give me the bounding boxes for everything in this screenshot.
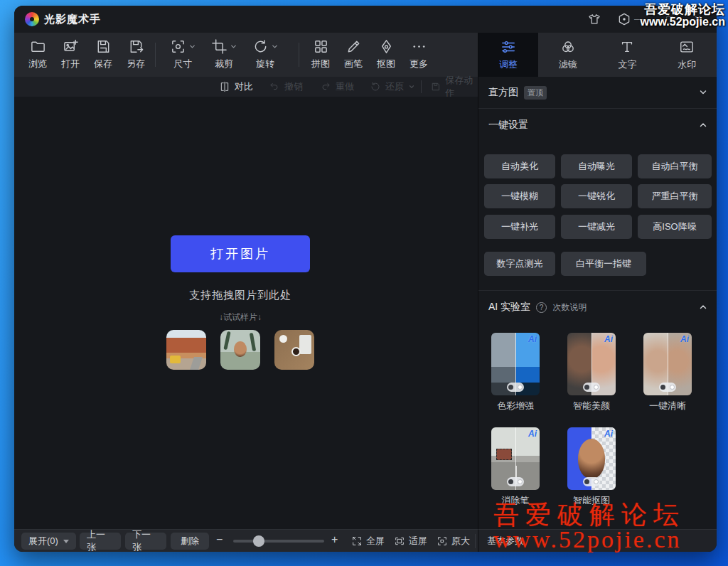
skin-tshirt-icon[interactable] [587,12,601,26]
watermark-bottom-line1: 吾爱破解论坛 [493,502,685,528]
pin-top-badge[interactable]: 置顶 [524,86,547,100]
resize-button[interactable]: 尺寸 [162,38,203,70]
redo-button[interactable]: 重做 [320,77,354,97]
ai-one-key-clarity-thumb[interactable]: Ai [643,333,692,395]
original-size-button[interactable]: 原大 [437,530,470,552]
save-as-icon [128,38,144,55]
ai-smart-cutout-thumb[interactable]: Ai [567,427,616,490]
chevron-down-icon [271,43,279,50]
sample-thumbnail-desk[interactable] [274,330,314,370]
histogram-section-header[interactable]: 直方图 置顶 [478,77,717,108]
cutout-button[interactable]: 抠图 [370,38,402,70]
auto-white-balance-button[interactable]: 自动白平衡 [638,154,712,178]
app-logo-icon [25,12,39,26]
ai-lab-title: AI 实验室 [488,301,530,314]
rotate-label: 旋转 [256,58,274,70]
open-button[interactable]: 打开 [54,38,87,70]
resize-label: 尺寸 [173,58,192,70]
ai-color-enhance[interactable]: Ai 色彩增强 [491,333,540,395]
one-key-section-header[interactable]: 一键设置 [478,110,717,141]
ai-smart-beauty[interactable]: Ai 智能美颜 [567,333,616,395]
folder-icon [30,38,46,55]
watermark-icon [679,39,695,55]
browse-label: 浏览 [28,58,47,70]
digital-spot-metering-button[interactable]: 数字点测光 [484,252,555,276]
sample-thumbnail-portrait[interactable] [220,330,260,370]
compare-button[interactable]: 对比 [219,77,253,97]
image-canvas: 打开图片 支持拖拽图片到此处 ↓试试样片↓ [14,97,478,529]
before-after-toggle[interactable] [507,477,524,486]
chevron-up-icon[interactable] [699,303,707,311]
ai-eraser-pen[interactable]: Ai 消除笔 [491,427,540,490]
ai-badge: Ai [604,429,613,439]
save-floppy-icon [95,38,112,55]
sample-images-row [166,330,314,370]
open-label: 打开 [61,58,80,70]
app-title: 光影魔术手 [44,13,101,26]
resize-icon [170,38,186,55]
one-key-fill-light-button[interactable]: 一键补光 [484,215,555,239]
open-image-button[interactable]: 打开图片 [171,235,310,272]
ai-lab-section-header[interactable]: AI 实验室 ? 次数说明 [478,292,717,323]
more-button[interactable]: 更多 [402,38,435,70]
compare-label: 对比 [235,80,253,93]
save-action-button[interactable]: 保存动作 [431,77,478,97]
save-button[interactable]: 保存 [87,38,119,70]
ai-smart-cutout[interactable]: Ai 智能抠图 [567,427,616,490]
next-image-button[interactable]: 下一张 [125,533,166,550]
save-as-button[interactable]: 另存 [119,38,152,70]
one-key-dim-light-button[interactable]: 一键减光 [561,215,632,239]
one-key-blur-button[interactable]: 一键模糊 [484,184,555,208]
toolbar-divider [299,43,299,67]
previous-image-button[interactable]: 上一张 [80,533,121,550]
rotate-button[interactable]: 旋转 [245,38,286,70]
ai-color-enhance-thumb[interactable]: Ai [491,333,540,395]
before-after-toggle[interactable] [507,383,524,392]
tab-watermark[interactable]: 水印 [657,33,717,77]
one-key-sharpen-button[interactable]: 一键锐化 [561,184,632,208]
brush-button[interactable]: 画笔 [337,38,370,70]
auto-exposure-button[interactable]: 自动曝光 [561,154,632,178]
collage-button[interactable]: 拼图 [304,38,337,70]
zoom-slider-track[interactable] [233,540,324,543]
chevron-down-icon [408,83,415,90]
undo-button[interactable]: 撤销 [269,77,303,97]
zoom-in-button[interactable]: + [331,533,338,546]
help-icon[interactable]: ? [536,302,547,313]
white-balance-one-touch-button[interactable]: 白平衡一指键 [561,252,646,276]
action-bar: 对比 撤销 重做 还原 保存动作 [14,77,478,97]
crop-button[interactable]: 裁剪 [203,38,245,70]
save-action-label: 保存动作 [445,74,478,100]
expand-filmstrip-button[interactable]: 展开(0) [21,533,76,550]
restore-button[interactable]: 还原 [370,77,415,97]
original-size-icon [437,535,448,547]
high-iso-denoise-button[interactable]: 高ISO降噪 [638,215,712,239]
settings-gear-icon[interactable] [617,12,631,26]
auto-beautify-button[interactable]: 自动美化 [484,154,555,178]
before-after-toggle[interactable] [583,477,600,486]
rotate-icon [252,38,269,55]
ai-badge: Ai [680,334,689,344]
fit-screen-button[interactable]: 适屏 [394,530,427,552]
usage-count-link[interactable]: 次数说明 [552,301,587,314]
ai-one-key-clarity[interactable]: Ai 一键清晰 [643,333,692,395]
forum-watermark-top: 吾爱破解论坛 www.52pojie.cn [641,3,725,28]
zoom-slider-handle[interactable] [253,535,264,547]
undo-icon [269,81,280,92]
tab-filter[interactable]: 滤镜 [538,33,598,77]
before-after-toggle[interactable] [659,383,676,392]
zoom-out-button[interactable]: − [216,533,223,546]
sample-thumbnail-desert[interactable] [166,330,206,370]
chevron-down-icon[interactable] [699,88,707,97]
chevron-up-icon[interactable] [699,121,707,129]
delete-image-button[interactable]: 删除 [171,533,209,550]
before-after-toggle[interactable] [583,383,600,392]
ai-eraser-pen-thumb[interactable]: Ai [491,427,540,490]
fullscreen-button[interactable]: 全屏 [351,530,385,552]
tab-text[interactable]: 文字 [598,33,658,77]
ai-smart-beauty-thumb[interactable]: Ai [567,333,616,395]
tab-adjust[interactable]: 调整 [478,33,538,77]
grid-collage-icon [313,38,329,55]
severe-white-balance-button[interactable]: 严重白平衡 [638,184,712,208]
browse-button[interactable]: 浏览 [21,38,54,70]
